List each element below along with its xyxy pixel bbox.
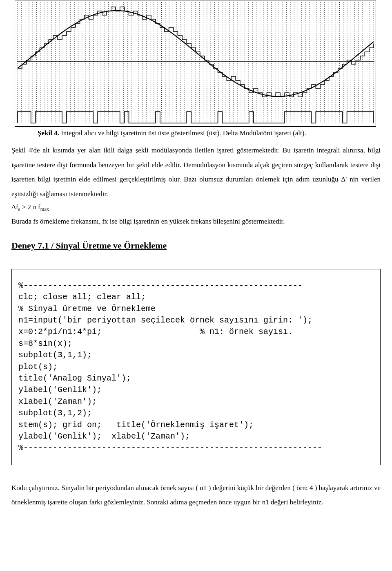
section-heading: Deney 7.1 / Sinyal Üretme ve Örnekleme [11, 240, 381, 251]
figure-4-plot [15, 0, 376, 127]
formula: Δfs > 2 π fmax [11, 203, 381, 213]
formula-sub-s: s [18, 206, 20, 212]
formula-sub-max: max [40, 206, 49, 212]
paragraph-1: Şekil 4'de alt kısımda yer alan ikili da… [11, 143, 381, 202]
closing-paragraph: Kodu çalıştırınız. Sinyalin bir periyodu… [11, 481, 381, 510]
paragraph-2: Burada fs örnekleme frekansını, fx ise b… [11, 214, 381, 229]
figure-4: Şekil 4. İntegral alıcı ve bilgi işareti… [11, 0, 381, 137]
figure-4-caption: Şekil 4. İntegral alıcı ve bilgi işareti… [38, 129, 381, 137]
figure-caption-label: Şekil 4. [38, 129, 59, 137]
figure-caption-text: İntegral alıcı ve bilgi işaretinin üst ü… [59, 129, 306, 137]
code-block: %---------------------------------------… [11, 269, 381, 465]
